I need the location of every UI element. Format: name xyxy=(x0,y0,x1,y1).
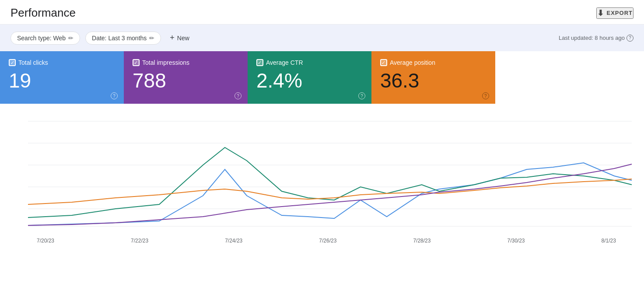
metric-label-clicks: ✓ Total clicks xyxy=(9,59,115,66)
metric-value-clicks: 19 xyxy=(9,70,115,91)
x-label-2: 7/24/23 xyxy=(225,238,242,244)
plus-icon: + xyxy=(170,33,175,42)
chart-svg xyxy=(10,112,634,235)
export-icon: ⬇ xyxy=(597,8,604,18)
metric-checkbox-impressions: ✓ xyxy=(133,59,140,66)
chart-area: 7/20/23 7/22/23 7/24/23 7/26/23 7/28/23 … xyxy=(0,104,644,253)
metric-checkbox-clicks: ✓ xyxy=(9,59,16,66)
metric-card-impressions[interactable]: ✓ Total impressions 788 ? xyxy=(124,51,248,104)
edit-icon: ✏ xyxy=(68,35,74,42)
x-label-4: 7/28/23 xyxy=(413,238,430,244)
metric-checkbox-position: ✓ xyxy=(380,59,387,66)
help-icon[interactable]: ? xyxy=(626,35,634,42)
page-title: Performance xyxy=(10,6,76,20)
metric-card-position[interactable]: ✓ Average position 36.3 ? xyxy=(371,51,495,104)
position-line xyxy=(28,164,632,225)
edit-icon-date: ✏ xyxy=(149,35,154,42)
export-button[interactable]: ⬇ EXPORT xyxy=(596,7,634,19)
metric-checkbox-ctr: ✓ xyxy=(256,59,263,66)
metric-value-position: 36.3 xyxy=(380,70,486,91)
filter-left: Search type: Web ✏ Date: Last 3 months ✏… xyxy=(10,31,193,45)
ctr-line xyxy=(28,179,632,204)
metrics-row: ✓ Total clicks 19 ? ✓ Total impressions … xyxy=(0,51,644,104)
filter-bar: Search type: Web ✏ Date: Last 3 months ✏… xyxy=(0,25,644,51)
help-circle-clicks[interactable]: ? xyxy=(111,92,118,99)
page-container: Performance ⬇ EXPORT Search type: Web ✏ … xyxy=(0,0,644,288)
metric-card-clicks[interactable]: ✓ Total clicks 19 ? xyxy=(0,51,124,104)
metric-label-position: ✓ Average position xyxy=(380,59,486,66)
metric-label-ctr: ✓ Average CTR xyxy=(256,59,363,66)
metric-help-clicks: ? xyxy=(111,91,118,100)
metric-label-impressions: ✓ Total impressions xyxy=(133,59,239,66)
impressions-line xyxy=(28,148,632,218)
metric-help-position: ? xyxy=(482,91,489,100)
chart-right-space xyxy=(495,51,644,104)
last-updated: Last updated: 8 hours ago ? xyxy=(559,35,634,42)
metric-value-impressions: 788 xyxy=(133,70,239,91)
metric-card-ctr[interactable]: ✓ Average CTR 2.4% ? xyxy=(248,51,371,104)
x-label-6: 8/1/23 xyxy=(602,238,616,244)
help-circle-impressions[interactable]: ? xyxy=(234,92,242,99)
search-type-chip[interactable]: Search type: Web ✏ xyxy=(10,32,80,45)
x-axis: 7/20/23 7/22/23 7/24/23 7/26/23 7/28/23 … xyxy=(10,235,634,244)
metric-help-ctr: ? xyxy=(358,91,365,100)
x-label-0: 7/20/23 xyxy=(37,238,54,244)
chart-container xyxy=(10,112,634,235)
x-label-3: 7/26/23 xyxy=(319,238,336,244)
clicks-line xyxy=(28,163,632,225)
help-circle-ctr[interactable]: ? xyxy=(358,92,365,99)
metric-value-ctr: 2.4% xyxy=(256,70,363,91)
x-label-5: 7/30/23 xyxy=(507,238,525,244)
new-button[interactable]: + New xyxy=(166,31,193,45)
x-label-1: 7/22/23 xyxy=(131,238,148,244)
header: Performance ⬇ EXPORT xyxy=(0,0,644,25)
metric-help-impressions: ? xyxy=(234,91,242,100)
date-chip[interactable]: Date: Last 3 months ✏ xyxy=(85,32,161,45)
help-circle-position[interactable]: ? xyxy=(482,92,489,99)
